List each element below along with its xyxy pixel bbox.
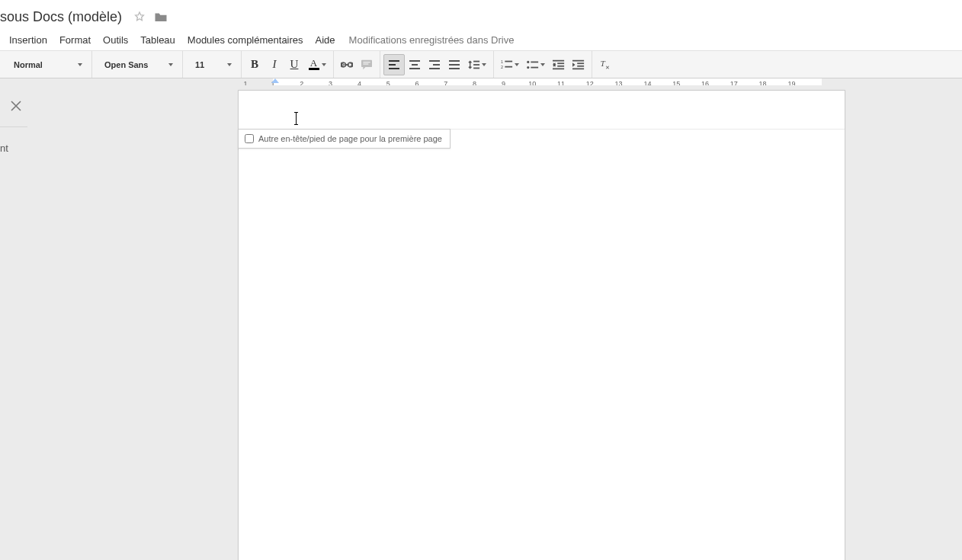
separator	[0, 126, 27, 127]
insert-comment-button[interactable]	[357, 55, 377, 75]
font-size-group: 11	[183, 51, 242, 78]
numbered-list-button[interactable]: 12	[497, 55, 523, 75]
menu-insertion[interactable]: Insertion	[3, 31, 53, 49]
svg-rect-2	[345, 64, 348, 65]
bulleted-list-button[interactable]	[523, 55, 549, 75]
svg-rect-23	[505, 60, 512, 62]
outline-sidebar: nt	[0, 91, 30, 154]
sidebar-fragment-text: nt	[0, 142, 23, 154]
svg-rect-15	[449, 60, 460, 62]
svg-point-26	[527, 66, 529, 68]
svg-rect-10	[412, 64, 418, 66]
svg-rect-11	[409, 68, 420, 69]
font-size-select[interactable]: 11	[186, 55, 238, 75]
paragraph-style-group: Normal	[0, 51, 92, 78]
svg-rect-7	[389, 64, 396, 66]
svg-rect-12	[429, 60, 440, 62]
paragraph-style-value: Normal	[14, 60, 43, 69]
menu-modules[interactable]: Modules complémentaires	[181, 31, 309, 49]
page-header-area[interactable]	[239, 91, 845, 130]
insert-group	[334, 51, 380, 78]
svg-rect-5	[363, 63, 368, 64]
svg-rect-19	[473, 64, 479, 66]
align-center-button[interactable]	[405, 55, 425, 75]
line-spacing-button[interactable]	[464, 55, 490, 75]
star-icon[interactable]	[133, 10, 146, 24]
font-value: Open Sans	[104, 60, 148, 69]
bold-button[interactable]: B	[245, 55, 265, 75]
svg-rect-6	[389, 60, 399, 62]
chevron-down-icon	[540, 63, 545, 66]
menu-bar: Insertion Format Outils Tableau Modules …	[0, 29, 962, 50]
chevron-down-icon	[78, 63, 82, 66]
menu-tableau[interactable]: Tableau	[134, 31, 181, 49]
svg-rect-27	[531, 61, 538, 62]
chevron-down-icon	[515, 63, 519, 66]
align-justify-button[interactable]	[444, 55, 464, 75]
svg-rect-36	[572, 68, 584, 69]
svg-rect-29	[553, 59, 564, 61]
chevron-down-icon	[227, 63, 232, 66]
svg-rect-24	[505, 66, 512, 67]
list-group: 12	[494, 51, 592, 78]
svg-rect-34	[577, 62, 584, 64]
menu-format[interactable]: Format	[53, 31, 97, 49]
align-group	[380, 51, 494, 78]
chevron-down-icon	[322, 63, 326, 66]
svg-text:1: 1	[501, 59, 503, 64]
font-group: Open Sans	[92, 51, 183, 78]
first-line-indent-marker[interactable]	[271, 78, 279, 83]
svg-rect-35	[577, 65, 584, 66]
svg-rect-17	[449, 68, 460, 69]
svg-rect-31	[557, 65, 564, 66]
save-status: Modifications enregistrées dans Drive	[342, 31, 522, 49]
align-right-button[interactable]	[425, 55, 444, 75]
insert-link-button[interactable]	[337, 55, 357, 75]
svg-rect-32	[553, 68, 564, 69]
menu-aide[interactable]: Aide	[309, 31, 342, 49]
italic-button[interactable]: I	[265, 55, 284, 75]
decrease-indent-button[interactable]	[549, 55, 569, 75]
title-bar: sous Docs (modèle)	[0, 5, 962, 29]
chevron-down-icon	[168, 63, 173, 66]
toolbar: Normal Open Sans 11 B I U A	[0, 50, 962, 78]
svg-rect-33	[572, 59, 584, 61]
increase-indent-button[interactable]	[569, 55, 588, 75]
svg-rect-13	[433, 64, 440, 66]
svg-text:2: 2	[501, 65, 503, 69]
svg-point-25	[527, 60, 529, 62]
svg-text:✕: ✕	[605, 63, 610, 70]
menu-outils[interactable]: Outils	[97, 31, 134, 49]
workspace: nt Autre en-tête/pied de page pour la pr…	[0, 85, 962, 560]
svg-rect-3	[361, 59, 372, 66]
svg-rect-28	[531, 66, 538, 68]
text-format-group: B I U A	[242, 51, 334, 78]
document-page[interactable]: Autre en-tête/pied de page pour la premi…	[238, 90, 845, 560]
close-icon[interactable]	[11, 101, 26, 116]
font-size-value: 11	[195, 60, 204, 69]
svg-rect-18	[473, 60, 479, 62]
svg-rect-30	[557, 62, 564, 64]
font-select[interactable]: Open Sans	[95, 55, 179, 75]
svg-rect-9	[409, 60, 420, 62]
text-color-button[interactable]: A	[304, 55, 330, 75]
align-left-button[interactable]	[383, 54, 405, 75]
text-caret	[296, 112, 297, 125]
svg-rect-20	[473, 67, 479, 69]
folder-icon[interactable]	[154, 10, 168, 24]
clear-group: T✕	[592, 51, 618, 78]
different-first-page-label: Autre en-tête/pied de page pour la premi…	[258, 134, 442, 143]
paragraph-style-select[interactable]: Normal	[5, 55, 88, 75]
different-first-page-option[interactable]: Autre en-tête/pied de page pour la premi…	[238, 129, 451, 149]
clear-formatting-button[interactable]: T✕	[595, 55, 615, 75]
svg-rect-16	[449, 64, 460, 66]
svg-rect-14	[429, 68, 440, 69]
svg-rect-8	[389, 68, 399, 69]
svg-rect-4	[363, 62, 370, 62]
doc-title[interactable]: sous Docs (modèle)	[0, 9, 122, 25]
chevron-down-icon	[482, 63, 486, 66]
underline-button[interactable]: U	[284, 55, 304, 75]
different-first-page-checkbox[interactable]	[245, 134, 254, 143]
